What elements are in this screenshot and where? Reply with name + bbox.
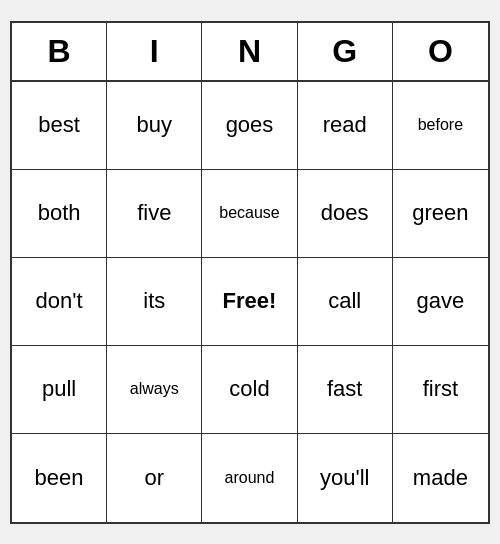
bingo-cell-r2-c1[interactable]: its [107,258,202,346]
bingo-cell-r2-c3[interactable]: call [298,258,393,346]
bingo-header: BINGO [12,23,488,82]
bingo-cell-r1-c2[interactable]: because [202,170,297,258]
bingo-cell-r0-c2[interactable]: goes [202,82,297,170]
bingo-cell-r3-c3[interactable]: fast [298,346,393,434]
bingo-cell-r1-c1[interactable]: five [107,170,202,258]
bingo-cell-r4-c1[interactable]: or [107,434,202,522]
bingo-cell-r3-c2[interactable]: cold [202,346,297,434]
bingo-card: BINGO bestbuygoesreadbeforebothfivebecau… [10,21,490,524]
header-letter-b: B [12,23,107,80]
bingo-cell-r4-c3[interactable]: you'll [298,434,393,522]
bingo-cell-r0-c3[interactable]: read [298,82,393,170]
bingo-cell-r2-c2[interactable]: Free! [202,258,297,346]
bingo-cell-r1-c3[interactable]: does [298,170,393,258]
bingo-cell-r4-c2[interactable]: around [202,434,297,522]
bingo-cell-r1-c0[interactable]: both [12,170,107,258]
bingo-grid: bestbuygoesreadbeforebothfivebecausedoes… [12,82,488,522]
bingo-cell-r1-c4[interactable]: green [393,170,488,258]
bingo-cell-r0-c0[interactable]: best [12,82,107,170]
bingo-cell-r2-c0[interactable]: don't [12,258,107,346]
header-letter-i: I [107,23,202,80]
bingo-cell-r4-c4[interactable]: made [393,434,488,522]
bingo-cell-r3-c4[interactable]: first [393,346,488,434]
bingo-cell-r4-c0[interactable]: been [12,434,107,522]
bingo-cell-r0-c4[interactable]: before [393,82,488,170]
bingo-cell-r3-c1[interactable]: always [107,346,202,434]
header-letter-g: G [298,23,393,80]
header-letter-n: N [202,23,297,80]
bingo-cell-r0-c1[interactable]: buy [107,82,202,170]
bingo-cell-r2-c4[interactable]: gave [393,258,488,346]
bingo-cell-r3-c0[interactable]: pull [12,346,107,434]
header-letter-o: O [393,23,488,80]
